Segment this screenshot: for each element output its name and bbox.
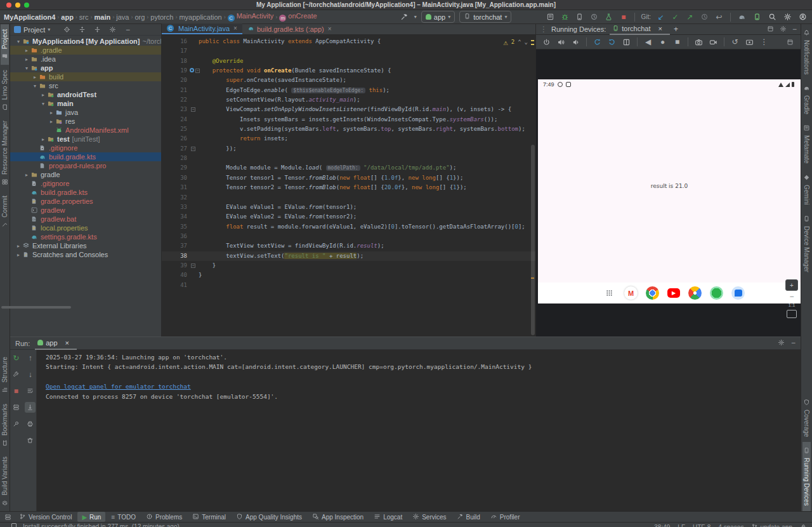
tree-item-res[interactable]: ▸res [10, 117, 161, 126]
code-line-28[interactable]: 28 [162, 154, 535, 163]
close-device-tab-icon[interactable]: × [653, 23, 667, 34]
hammer-build-icon[interactable] [399, 11, 410, 22]
tree-item-app[interactable]: ▾app [10, 63, 161, 72]
tree-item-gradlew-bat[interactable]: gradlew.bat [10, 215, 161, 223]
code-line-24[interactable]: 24 Insets systemBars = insets.getInsets(… [162, 115, 535, 124]
breadcrumb-item-myapplication[interactable]: myapplication [179, 13, 221, 21]
settings-icon[interactable] [107, 24, 118, 35]
run-settings-icon[interactable] [778, 339, 785, 347]
editor-tab-build.gradle.kts[interactable]: build.gradle.kts (:app)× [242, 23, 337, 34]
stop-icon[interactable]: ■ [618, 11, 629, 22]
warning-stripe-mark[interactable] [531, 40, 534, 41]
tree-toggle-icon[interactable]: ▸ [40, 92, 46, 98]
rotate-left-icon[interactable] [592, 37, 603, 48]
breadcrumb-item-org[interactable]: org [134, 13, 145, 21]
tree-toggle-icon[interactable]: ▾ [23, 65, 30, 71]
line-number[interactable]: 19 [162, 66, 190, 76]
fit-to-window-button[interactable] [787, 310, 797, 318]
code-line-16[interactable]: 16public class MainActivity extends AppC… [162, 37, 535, 46]
highlight-stripe-mark[interactable] [531, 277, 534, 279]
breadcrumb-item-myapplication4[interactable]: MyApplication4 [4, 13, 55, 21]
stripe-item-resource-manager[interactable]: Resource Manager [1, 116, 9, 190]
tree-item--idea[interactable]: ▸.idea [10, 55, 161, 63]
device-manager-icon[interactable] [752, 11, 763, 22]
tree-item-proguard-rules-pro[interactable]: proguard-rules.pro [10, 161, 161, 170]
maximize-panel-icon[interactable] [767, 25, 774, 34]
tool-window-button-app-quality-insights[interactable]: App Quality Insights [232, 512, 306, 522]
stripe-item-coverage[interactable]: Coverage [802, 394, 811, 442]
device-display-settings-icon[interactable] [785, 37, 796, 48]
gradle-sync-icon[interactable] [737, 11, 747, 22]
tree-toggle-icon[interactable]: ▾ [32, 83, 38, 89]
logcat-link[interactable]: Open logcat panel for emulator torchchat [46, 382, 801, 391]
editor-tab-mainactivity.java[interactable]: CMainActivity.java× [162, 23, 242, 34]
tree-item-external-libraries[interactable]: ▸External Libraries [10, 241, 161, 250]
code-line-36[interactable]: 36 [162, 232, 535, 241]
tree-toggle-icon[interactable]: ▸ [23, 172, 30, 178]
line-number[interactable]: 30 [162, 173, 190, 183]
prev-occurrence-icon[interactable]: ↑ [25, 352, 36, 363]
stripe-item-build-variants[interactable]: Build Variants [1, 451, 9, 511]
profiler-flask-icon[interactable] [603, 11, 614, 22]
soft-wrap-icon[interactable] [25, 385, 36, 396]
restore-layout-icon[interactable] [11, 402, 22, 413]
lock-icon[interactable] [800, 523, 807, 527]
code-line-18[interactable]: 18 @Override [162, 57, 535, 66]
tool-window-button-build[interactable]: Build [452, 512, 485, 522]
override-marker-icon[interactable] [190, 68, 194, 72]
stop-icon[interactable]: ■ [11, 385, 22, 396]
rotate-right-icon[interactable] [606, 37, 617, 48]
line-number[interactable]: 36 [162, 232, 190, 241]
collapse-all-icon[interactable] [92, 24, 103, 35]
volume-down-icon[interactable] [570, 37, 581, 48]
emulator-screen[interactable]: 7:49 result is 21.0 M▶ [538, 79, 801, 304]
target-device-select[interactable]: torchchat ▾ [459, 11, 511, 23]
line-number[interactable]: 33 [162, 203, 190, 212]
code-line-34[interactable]: 34 EValue eValue2 = EValue.from(tensor2)… [162, 212, 535, 222]
tool-window-button-logcat[interactable]: Logcat [369, 512, 407, 522]
line-number[interactable]: 32 [162, 193, 190, 203]
line-number[interactable]: 20 [162, 76, 190, 85]
rollback-icon[interactable]: ↩ [714, 11, 724, 22]
tree-toggle-icon[interactable]: ▸ [23, 48, 30, 53]
line-number[interactable]: 23 [162, 105, 190, 114]
screen-record-icon[interactable] [744, 37, 755, 48]
hide-panel-icon[interactable]: − [792, 25, 797, 33]
tool-window-switcher-icon[interactable] [3, 512, 13, 523]
rerun-icon[interactable]: ↻ [11, 352, 22, 363]
stripe-item-structure[interactable]: Structure [1, 352, 9, 399]
tool-window-button-services[interactable]: Services [408, 512, 450, 522]
zoom-out-button[interactable]: − [789, 293, 794, 300]
code-line-20[interactable]: 20 super.onCreate(savedInstanceState); [162, 76, 535, 85]
line-number[interactable]: 27 [162, 144, 190, 154]
warning-stripe-mark[interactable] [531, 44, 534, 45]
tree-item--gitignore[interactable]: .gitignore [10, 179, 161, 188]
code-line-22[interactable]: 22 setContentView(R.layout.activity_main… [162, 95, 535, 105]
tree-toggle-icon[interactable]: ▸ [48, 119, 55, 124]
line-number[interactable]: 17 [162, 46, 190, 56]
line-number[interactable]: 18 [162, 57, 190, 66]
tree-item-androidmanifest-xml[interactable]: AndroidManifest.xml [10, 126, 161, 135]
breadcrumb-item-app[interactable]: app [61, 13, 74, 21]
tree-toggle-icon[interactable]: ▸ [48, 110, 55, 116]
line-number[interactable]: 34 [162, 212, 190, 222]
tool-window-button-todo[interactable]: ≡TODO [107, 512, 140, 522]
tree-item-build[interactable]: ▸build [10, 72, 161, 81]
stripe-item-limo-spec[interactable]: Limo Spec [1, 65, 9, 116]
back-icon[interactable]: ◀ [643, 37, 653, 48]
apply-changes-icon[interactable] [530, 11, 541, 22]
hide-icon[interactable]: − [122, 24, 133, 35]
line-number[interactable]: 39 [162, 261, 190, 270]
caret-position[interactable]: 38:49 [654, 524, 670, 527]
tree-item-androidtest[interactable]: ▸androidTest [10, 90, 161, 99]
settings-icon[interactable] [782, 11, 793, 22]
line-number[interactable]: 31 [162, 183, 190, 192]
code-line-37[interactable]: 37 TextView textView = findViewById(R.id… [162, 241, 535, 251]
drag-handle-icon[interactable]: ⋮ [540, 25, 547, 33]
tree-item-local-properties[interactable]: local.properties [10, 223, 161, 232]
breadcrumb-item-mainactivity[interactable]: CMainActivity [228, 12, 274, 22]
run-tab-app[interactable]: app × [35, 337, 77, 350]
locate-icon[interactable] [62, 24, 72, 35]
code-line-33[interactable]: 33 EValue eValue1 = EValue.from(tensor1)… [162, 203, 535, 212]
profile-icon[interactable] [574, 11, 585, 22]
